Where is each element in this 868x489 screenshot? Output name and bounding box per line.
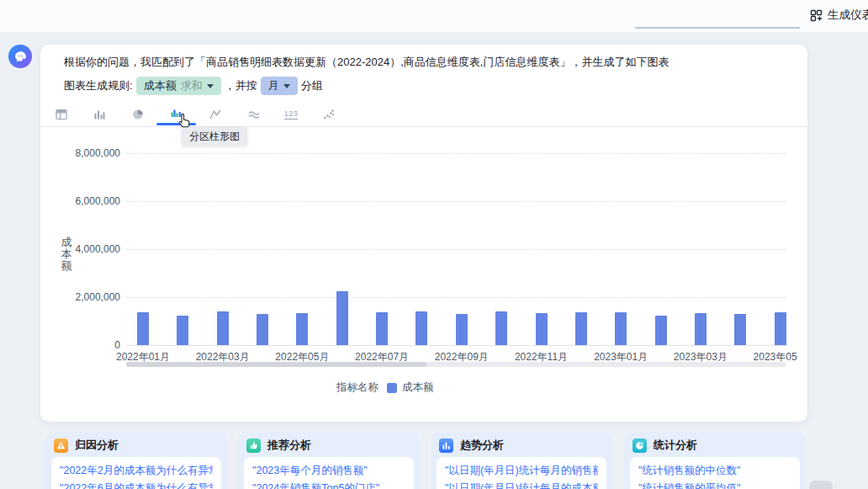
chat-bubble-icon — [13, 50, 28, 64]
group-value-label: 月 — [268, 78, 279, 93]
toolbar-divider — [40, 126, 807, 127]
y-tick-label: 6,000,000 — [43, 195, 120, 207]
table-view-icon[interactable] — [55, 108, 68, 121]
warning-triangle-icon — [54, 439, 68, 453]
bar — [655, 316, 667, 345]
chart-type-toolbar: 123 — [40, 102, 807, 126]
metric-dropdown[interactable]: 成本额 求和 — [136, 77, 221, 95]
suggested-question[interactable]: "统计销售额的中位数" — [638, 462, 791, 480]
chart-legend: 指标名称 成本额 — [336, 380, 434, 395]
y-tick-label: 2,000,000 — [43, 291, 120, 303]
scroll-indicator[interactable] — [809, 481, 833, 489]
scatter-chart-icon[interactable] — [322, 108, 336, 121]
bar — [695, 313, 707, 345]
mouse-cursor-icon — [177, 112, 193, 133]
suggested-question[interactable]: "以日期(年月日)统计每月的销售额趋... — [445, 462, 598, 480]
assistant-avatar — [8, 45, 32, 68]
analysis-card-trend: 趋势分析 "以日期(年月日)统计每月的销售额趋... "以日期(年月日)统计每月… — [431, 432, 612, 489]
trend-wave-icon[interactable] — [247, 108, 261, 121]
connector-text: ，并按 — [225, 78, 257, 93]
bar — [376, 312, 388, 345]
analysis-card-title: 推荐分析 — [267, 438, 311, 453]
bar — [734, 314, 746, 345]
grid-line — [126, 153, 786, 154]
generate-dashboard-button[interactable]: 生成仪表盘 — [810, 8, 868, 23]
bar — [296, 313, 308, 345]
chevron-down-icon — [283, 84, 290, 88]
analysis-card-statistics: 统计分析 "统计销售额的中位数" "统计销售额的平均值" — [624, 432, 806, 489]
suggested-question[interactable]: "2023年每个月的销售额" — [252, 462, 405, 480]
suggested-question[interactable]: "2024年销售额Top5的门店" — [252, 480, 405, 489]
grid-line — [126, 297, 786, 298]
suffix-text: 分组 — [301, 78, 323, 93]
metric-aggregation-label: 求和 — [181, 78, 203, 93]
metric-field-label: 成本额 — [144, 78, 177, 93]
generate-dashboard-label: 生成仪表盘 — [828, 8, 868, 23]
x-tick-label: 2023年03月 — [669, 350, 733, 364]
legend-color-swatch — [387, 383, 397, 393]
x-tick-label: 2022年09月 — [430, 350, 494, 364]
chart-rule-row: 图表生成规则: 成本额 求和 ，并按 月 分组 — [64, 76, 323, 96]
column-chart-icon[interactable] — [93, 108, 106, 121]
bar — [177, 316, 188, 345]
recommend-icon — [246, 439, 261, 453]
suggested-question[interactable]: "2022年6月的成本额为什么有异常" — [60, 480, 213, 489]
bar — [495, 311, 507, 345]
bar — [456, 314, 468, 345]
y-tick-label: 4,000,000 — [43, 243, 120, 255]
chevron-down-icon — [207, 84, 214, 88]
bar-chart-icon — [439, 439, 453, 453]
bar — [575, 312, 587, 345]
legend-title: 指标名称 — [336, 380, 378, 395]
legend-series-label[interactable]: 成本额 — [402, 380, 434, 395]
bar — [336, 291, 348, 345]
dashboard-grid-icon — [810, 9, 823, 22]
rule-label: 图表生成规则: — [64, 78, 133, 93]
bar — [217, 311, 229, 345]
analysis-card-title: 统计分析 — [654, 438, 697, 453]
suggested-question[interactable]: "统计销售额的平均值" — [638, 480, 791, 489]
suggested-question[interactable]: "2022年2月的成本额为什么有异常" — [60, 462, 213, 480]
bar — [615, 312, 627, 345]
bar — [137, 312, 149, 345]
x-tick-label: 2022年05月 — [270, 350, 334, 364]
x-tick-label: 2022年07月 — [350, 350, 414, 364]
x-tick-label: 2022年03月 — [191, 350, 255, 364]
chat-message-card: 根据你的问题，我匹配到了「商品销售明细表数据更新（2022-2024）,商品信息… — [40, 45, 807, 422]
bar — [415, 311, 427, 345]
group-dropdown[interactable]: 月 — [261, 77, 298, 95]
bar-chart: 成本额 指标名称 成本额 02,000,0004,000,0006,000,00… — [40, 129, 797, 422]
x-tick-label: 2022年11月 — [510, 350, 574, 364]
x-tick-label: 2023年05月 — [749, 350, 797, 364]
x-axis-line — [126, 345, 786, 346]
pie-chart-icon — [632, 439, 647, 453]
y-tick-label: 0 — [43, 339, 120, 351]
x-tick-label: 2022年01月 — [111, 350, 175, 364]
pie-chart-icon[interactable] — [131, 108, 145, 121]
line-chart-icon[interactable] — [209, 108, 222, 121]
assistant-message-text: 根据你的问题，我匹配到了「商品销售明细表数据更新（2022-2024）,商品信息… — [64, 55, 796, 70]
analysis-card-attribution: 归因分析 "2022年2月的成本额为什么有异常" "2022年6月的成本额为什么… — [45, 432, 227, 489]
analysis-card-title: 归因分析 — [75, 438, 119, 453]
bar — [536, 313, 548, 345]
grid-line — [126, 249, 786, 250]
x-tick-label: 2023年01月 — [589, 350, 653, 364]
grid-line — [126, 201, 786, 202]
suggested-question[interactable]: "以日期(年月日)统计每月的成本额趋... — [445, 480, 598, 489]
analysis-card-recommend: 推荐分析 "2023年每个月的销售额" "2024年销售额Top5的门店" — [238, 432, 420, 489]
bar — [257, 314, 268, 345]
bar — [775, 312, 786, 345]
header-scroll-indicator — [635, 27, 800, 29]
numbers-123-icon[interactable]: 123 — [284, 108, 298, 121]
analysis-card-title: 趋势分析 — [460, 438, 504, 453]
y-tick-label: 8,000,000 — [43, 147, 120, 159]
